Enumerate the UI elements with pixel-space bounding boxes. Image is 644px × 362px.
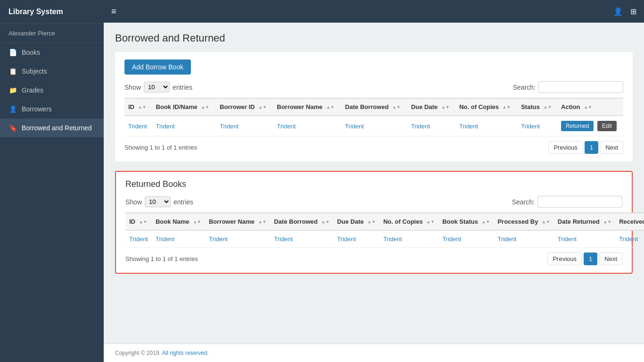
sort-dateborrowed-icon[interactable]: ▲▼ <box>392 105 401 109</box>
returned-table-row: Trident Trident Trident Trident Trident … <box>125 230 644 248</box>
col-status: Status ▲▼ <box>517 98 557 116</box>
ret-col-book-name: Book Name ▲▼ <box>152 213 205 230</box>
col-date-borrowed: Date Borrowed ▲▼ <box>341 98 407 116</box>
main-content: ≡ 👤 ⊞ Borrowed and Returned Add Borrow B… <box>104 0 644 362</box>
ret-col-book-status: Book Status ▲▼ <box>438 213 494 230</box>
cell-no-copies: Trident <box>455 116 517 136</box>
returned-pagination: Showing 1 to 1 of 1 entries Previous 1 N… <box>125 253 622 265</box>
sort-id-icon[interactable]: ▲▼ <box>138 105 147 109</box>
sidebar-label-grades: Grades <box>22 86 43 94</box>
ret-cell-id: Trident <box>125 230 152 248</box>
returned-page-1-button[interactable]: 1 <box>584 253 597 265</box>
borrow-prev-button[interactable]: Previous <box>548 141 583 154</box>
ret-cell-book-name: Trident <box>152 230 205 248</box>
sort-borrowerid-icon[interactable]: ▲▼ <box>258 105 267 109</box>
books-icon: 📄 <box>8 49 17 56</box>
borrow-search-controls: Search: <box>513 81 623 93</box>
ret-cell-received-by: Trident <box>615 230 644 248</box>
footer-copyright: Copyright © 2019. <box>115 350 161 356</box>
ret-col-id: ID ▲▼ <box>125 213 152 230</box>
sidebar-item-grades[interactable]: 📁 Grades <box>0 81 104 100</box>
user-icon[interactable]: 👤 <box>613 7 623 16</box>
app-logo: Library System <box>0 0 104 24</box>
returned-pagination-controls: Previous 1 Next <box>547 253 622 265</box>
returned-button[interactable]: Returned <box>561 121 594 131</box>
ret-cell-date-borrowed: Trident <box>270 230 333 248</box>
subjects-icon: 📋 <box>8 67 17 75</box>
ret-sort-copies-icon[interactable]: ▲▼ <box>426 220 435 224</box>
cell-status: Trident <box>517 116 557 136</box>
borrow-page-1-button[interactable]: 1 <box>585 141 598 154</box>
borrow-table: ID ▲▼ Book ID/Name ▲▼ Borrower ID ▲▼ Bor… <box>124 98 623 136</box>
borrowed-returned-icon: 🔖 <box>8 124 17 132</box>
ret-sort-processedby-icon[interactable]: ▲▼ <box>542 220 550 224</box>
returned-next-button[interactable]: Next <box>599 253 622 265</box>
ret-sort-dateborrowed-icon[interactable]: ▲▼ <box>321 220 330 224</box>
sort-bookid-icon[interactable]: ▲▼ <box>201 105 209 109</box>
topbar: ≡ 👤 ⊞ <box>104 0 644 23</box>
ret-cell-borrower-name: Trident <box>205 230 270 248</box>
topbar-actions: 👤 ⊞ <box>613 7 636 16</box>
add-borrow-book-button[interactable]: Add Borrow Book <box>124 59 191 75</box>
ret-sort-bookstatus-icon[interactable]: ▲▼ <box>482 220 490 224</box>
cell-book-id: Trident <box>152 116 216 136</box>
sidebar-item-books[interactable]: 📄 Books <box>0 43 104 62</box>
grid-icon[interactable]: ⊞ <box>630 7 636 16</box>
col-id: ID ▲▼ <box>124 98 152 116</box>
returned-show-label: Show <box>125 198 142 206</box>
borrow-pagination: Showing 1 to 1 of 1 entries Previous 1 N… <box>124 141 623 154</box>
cell-borrower-name: Trident <box>273 116 341 136</box>
returned-search-input[interactable] <box>537 196 622 208</box>
returned-search-label: Search: <box>512 198 535 206</box>
sort-duedate-icon[interactable]: ▲▼ <box>441 105 450 109</box>
table-row: Trident Trident Trident Trident Trident … <box>124 116 623 136</box>
ret-cell-due-date: Trident <box>333 230 380 248</box>
ret-sort-duedate-icon[interactable]: ▲▼ <box>367 220 376 224</box>
col-no-copies: No. of Copies ▲▼ <box>455 98 517 116</box>
borrow-next-button[interactable]: Next <box>600 141 623 154</box>
ret-cell-book-status: Trident <box>438 230 494 248</box>
sidebar-user: Alexander Pierce <box>0 24 104 43</box>
returned-table-controls: Show 10 25 50 entries Search: <box>125 196 622 208</box>
ret-col-no-copies: No. of Copies ▲▼ <box>380 213 438 230</box>
sidebar: Library System Alexander Pierce 📄 Books … <box>0 0 104 362</box>
returned-show-select[interactable]: 10 25 50 <box>145 196 171 207</box>
sidebar-item-subjects[interactable]: 📋 Subjects <box>0 62 104 81</box>
ret-col-received-by: Received by ▲▼ <box>615 213 644 230</box>
ret-sort-bookname-icon[interactable]: ▲▼ <box>193 220 201 224</box>
edit-button[interactable]: Edit <box>597 121 617 131</box>
sidebar-nav: 📄 Books 📋 Subjects 📁 Grades 👤 Borrowers … <box>0 43 104 362</box>
borrow-show-controls: Show 10 25 50 entries <box>124 82 192 93</box>
sort-status-icon[interactable]: ▲▼ <box>544 105 552 109</box>
returned-entries-label: entries <box>173 198 193 206</box>
ret-sort-datereturned-icon[interactable]: ▲▼ <box>603 220 611 224</box>
returned-search-controls: Search: <box>512 196 622 208</box>
col-action: Action ▲▼ <box>557 98 623 116</box>
cell-id: Trident <box>124 116 152 136</box>
sort-action-icon[interactable]: ▲▼ <box>584 105 592 109</box>
col-book-id: Book ID/Name ▲▼ <box>152 98 216 116</box>
borrow-table-controls: Show 10 25 50 entries Search: <box>124 81 623 93</box>
ret-col-borrower-name: Borrower Name ▲▼ <box>205 213 270 230</box>
borrow-show-select[interactable]: 10 25 50 <box>144 82 170 93</box>
menu-toggle[interactable]: ≡ <box>111 7 116 17</box>
grades-icon: 📁 <box>8 86 17 94</box>
ret-sort-id-icon[interactable]: ▲▼ <box>139 220 148 224</box>
ret-col-processed-by: Processed By ▲▼ <box>494 213 553 230</box>
sidebar-item-borrowers[interactable]: 👤 Borrowers <box>0 100 104 118</box>
footer: Copyright © 2019. All rights reserved. <box>104 344 644 362</box>
returned-books-card: Returned Books Show 10 25 50 entries Sea… <box>115 171 633 274</box>
cell-due-date: Trident <box>407 116 455 136</box>
ret-cell-date-returned: Trident <box>554 230 615 248</box>
returned-prev-button[interactable]: Previous <box>547 253 582 265</box>
sort-borrowername-icon[interactable]: ▲▼ <box>326 105 335 109</box>
cell-date-borrowed: Trident <box>341 116 407 136</box>
sort-copies-icon[interactable]: ▲▼ <box>503 105 511 109</box>
borrow-search-input[interactable] <box>538 81 623 93</box>
ret-sort-borrowername-icon[interactable]: ▲▼ <box>258 220 266 224</box>
ret-cell-processed-by: Trident <box>494 230 553 248</box>
returned-show-controls: Show 10 25 50 entries <box>125 196 193 207</box>
ret-col-due-date: Due Date ▲▼ <box>333 213 380 230</box>
borrow-pagination-controls: Previous 1 Next <box>548 141 623 154</box>
sidebar-item-borrowed-returned[interactable]: 🔖 Borrowed and Returned <box>0 118 104 137</box>
